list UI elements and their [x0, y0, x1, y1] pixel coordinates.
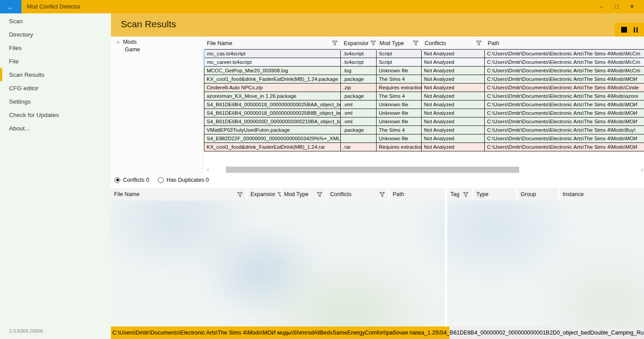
- cell-path: C:\Users\Dmitr\Documents\Electronic Arts…: [485, 142, 644, 151]
- sidebar-item-label: Scan Results: [9, 71, 45, 78]
- sidebar-item-files[interactable]: Files: [0, 41, 111, 54]
- column-label: Conflicts: [425, 40, 446, 46]
- sidebar-item-label: Settings: [9, 98, 31, 105]
- filter-icon[interactable]: [463, 192, 469, 197]
- cell-path: C:\Users\Dmitr\Documents\Electronic Arts…: [485, 109, 644, 117]
- sidebar-item-label: File: [9, 58, 19, 65]
- sidebar-item-about[interactable]: About...: [0, 121, 111, 135]
- cell-expansion: .zip: [341, 83, 377, 92]
- table-row[interactable]: MCCC_GetPop_Mar20_003908.log.logUnknown …: [204, 66, 644, 75]
- cell-path: C:\Users\Dmitr\Documents\Electronic Arts…: [485, 100, 644, 109]
- column-header-tag[interactable]: Tag: [447, 188, 473, 201]
- column-header-file-name[interactable]: File Name: [111, 188, 247, 201]
- column-header-instance[interactable]: Instance: [559, 188, 644, 201]
- window-title: Mod Conflict Detector: [27, 0, 80, 13]
- column-label: Expansior: [344, 40, 369, 46]
- sidebar-item-file[interactable]: File: [0, 54, 111, 68]
- sidebar-item-check-for-updates[interactable]: Check for Updates: [0, 108, 111, 121]
- cell-mod-type: The Sims 4: [377, 126, 422, 134]
- column-label: Type: [476, 191, 488, 197]
- maximize-icon[interactable]: □: [609, 0, 624, 13]
- filter-icon[interactable]: [317, 192, 322, 197]
- filter-icon[interactable]: [237, 192, 243, 197]
- sidebar-item-scan[interactable]: Scan: [0, 14, 111, 28]
- sidebar: Scan Directory Files File Scan Results C…: [0, 13, 111, 339]
- cell-expansion: .ts4script: [341, 49, 377, 58]
- column-header-file-name[interactable]: File Name: [204, 38, 341, 49]
- has-duplicates-radio[interactable]: [158, 177, 164, 183]
- table-row[interactable]: KX_cool1_food&drink_FasterEatDrink(MB)_1…: [204, 75, 644, 83]
- conflicts-radio-label[interactable]: Conflicts 0: [123, 177, 149, 183]
- column-header-path[interactable]: Path: [485, 38, 644, 49]
- results-header-row: File Name Expansior Mod Type Conflicts P…: [204, 38, 644, 49]
- table-row[interactable]: mc_cas.ts4script.ts4scriptScriptNot Anal…: [204, 49, 644, 58]
- table-row[interactable]: VMattEP03TrulyUsedFuton.package.packageT…: [204, 126, 644, 134]
- column-header-mod-type[interactable]: Mod Type: [281, 188, 327, 201]
- table-row[interactable]: azoresman_KX_Move_in 1.26.package.packag…: [204, 92, 644, 100]
- cell-conflicts: Not Analyzed: [422, 109, 485, 117]
- cell-expansion: .xml: [341, 117, 377, 126]
- conflicts-table-header: File Name Expansior Mod Type Conflicts P…: [111, 188, 445, 201]
- column-label: File Name: [114, 191, 140, 197]
- column-header-type[interactable]: Type: [473, 188, 517, 201]
- cell-conflicts: Not Analyzed: [422, 75, 485, 83]
- tree-item-label: Mods: [123, 39, 137, 45]
- cell-conflicts: Not Analyzed: [422, 126, 485, 134]
- cell-path: C:\Users\Dmitr\Documents\Electronic Arts…: [485, 75, 644, 83]
- cell-mod-type: Unknown file: [377, 134, 422, 142]
- sidebar-item-label: CFG editor: [9, 85, 38, 92]
- table-row[interactable]: S4_B61DE6B4_00000018_0000000000025BAA_ob…: [204, 100, 644, 109]
- cell-file-name: S4_B61DE6B4_0000000D_00000000000219BA_ob…: [204, 117, 341, 126]
- filter-icon[interactable]: [413, 40, 419, 46]
- scroll-right-icon[interactable]: ›: [641, 166, 643, 174]
- filter-icon[interactable]: [370, 40, 376, 46]
- tree-item-game[interactable]: Game: [111, 46, 203, 53]
- column-header-expansion[interactable]: Expansior: [247, 188, 281, 201]
- scrollbar-thumb[interactable]: [226, 167, 519, 173]
- table-row[interactable]: Cinderelli Auto NPCs.zip.zipRequires ext…: [204, 83, 644, 92]
- cell-mod-type: Requires extraction: [377, 83, 422, 92]
- table-row[interactable]: S4_E882D22F_00000000_0000000000003429%%+…: [204, 134, 644, 142]
- cell-mod-type: Unknown file: [377, 109, 422, 117]
- table-row[interactable]: S4_B61DE6B4_00000018_0000000000025B8B_ob…: [204, 109, 644, 117]
- cell-path: C:\Users\Dmitr\Documents\Electronic Arts…: [485, 83, 644, 92]
- cell-file-name: azoresman_KX_Move_in 1.26.package: [204, 92, 341, 100]
- table-row[interactable]: KX_cool1_food&drink_FasterEatDrink(MB)_1…: [204, 142, 644, 151]
- scroll-left-icon[interactable]: ‹: [207, 166, 209, 174]
- column-header-conflicts[interactable]: Conflicts: [422, 38, 485, 49]
- filter-icon[interactable]: [476, 40, 482, 46]
- cell-file-name: Cinderelli Auto NPCs.zip: [204, 83, 341, 92]
- app-version: 2.0.6368.26806: [9, 328, 43, 334]
- tree-item-mods[interactable]: ▷ Mods: [111, 38, 203, 46]
- column-header-expansion[interactable]: Expansior: [341, 38, 377, 49]
- filter-icon[interactable]: [379, 192, 385, 197]
- stop-icon[interactable]: [621, 27, 627, 33]
- filter-icon[interactable]: [332, 40, 338, 46]
- table-row[interactable]: S4_B61DE6B4_0000000D_00000000000219BA_ob…: [204, 117, 644, 126]
- sidebar-item-cfg-editor[interactable]: CFG editor: [0, 81, 111, 95]
- results-table: File Name Expansior Mod Type Conflicts P…: [203, 38, 644, 151]
- sidebar-item-scan-results[interactable]: Scan Results: [0, 68, 111, 81]
- horizontal-scrollbar[interactable]: ‹ ›: [203, 166, 644, 174]
- has-duplicates-radio-label[interactable]: Has Duplicates 0: [166, 177, 209, 183]
- cell-expansion: .package: [341, 126, 377, 134]
- column-label: Path: [393, 191, 404, 197]
- back-button[interactable]: ←: [0, 0, 21, 14]
- window-controls: – □ ✕: [594, 0, 640, 13]
- cell-mod-type: Unknown file: [377, 66, 422, 75]
- pause-icon[interactable]: [634, 27, 638, 33]
- column-header-mod-type[interactable]: Mod Type: [377, 38, 422, 49]
- column-header-conflicts[interactable]: Conflicts: [327, 188, 390, 201]
- sidebar-item-directory[interactable]: Directory: [0, 28, 111, 41]
- close-icon[interactable]: ✕: [624, 0, 640, 13]
- table-row[interactable]: mc_career.ts4script.ts4scriptScriptNot A…: [204, 58, 644, 66]
- cell-path: C:\Users\Dmitr\Documents\Electronic Arts…: [485, 92, 644, 100]
- conflicts-radio[interactable]: [114, 177, 120, 183]
- column-header-group[interactable]: Group: [517, 188, 559, 201]
- column-label: Group: [521, 191, 536, 197]
- expander-icon[interactable]: ▷: [117, 40, 120, 44]
- minimize-icon[interactable]: –: [594, 0, 609, 13]
- panel-divider: [445, 201, 447, 326]
- sidebar-item-settings[interactable]: Settings: [0, 95, 111, 108]
- column-header-path[interactable]: Path: [390, 188, 445, 201]
